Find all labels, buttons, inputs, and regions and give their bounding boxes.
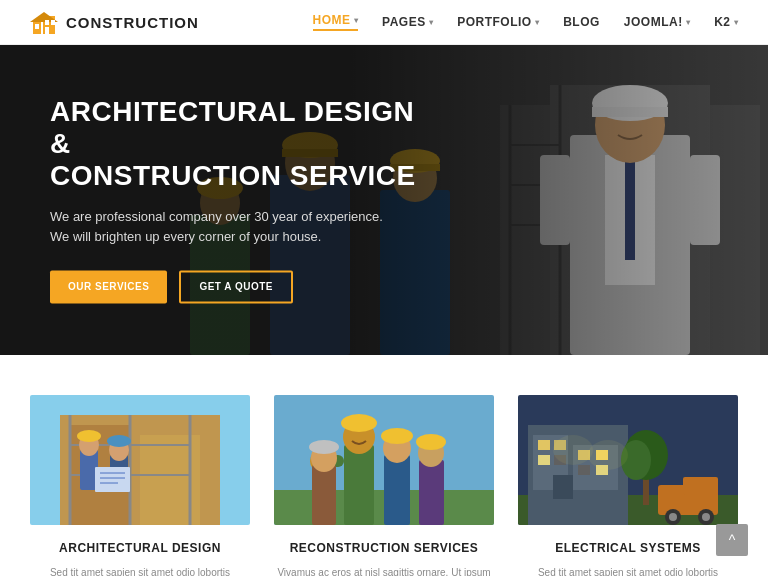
services-grid: ARCHITECTURAL DESIGN Sed tit amet sapien… [30, 395, 738, 576]
nav-portfolio[interactable]: PORTFOLIO ▾ [457, 15, 539, 29]
scroll-top-button[interactable]: ^ [716, 524, 748, 556]
chevron-down-icon: ▾ [734, 18, 739, 27]
svg-rect-6 [45, 27, 49, 34]
svg-rect-87 [683, 477, 718, 495]
svg-point-48 [107, 435, 131, 447]
svg-point-68 [309, 440, 339, 454]
service-desc-2: Vivamus ac eros at nisl sagittis ornare.… [274, 565, 494, 576]
service-image-1 [30, 395, 250, 525]
header: CONSTRUCTION HOME ▾ PAGES ▾ PORTFOLIO ▾ … [0, 0, 768, 45]
nav-joomla[interactable]: JOOMLA! ▾ [624, 15, 690, 29]
service-title-1: ARCHITECTURAL DESIGN [30, 541, 250, 555]
logo-text: CONSTRUCTION [66, 14, 199, 31]
svg-point-92 [553, 435, 593, 465]
service-image-3 [518, 395, 738, 525]
nav-blog[interactable]: BLOG [563, 15, 600, 29]
get-quote-button[interactable]: GET A QUOTE [179, 271, 293, 304]
svg-point-57 [341, 414, 377, 432]
svg-point-91 [702, 513, 710, 521]
svg-rect-80 [578, 465, 590, 475]
logo-icon [30, 8, 58, 36]
service-title-3: ELECTRICAL SYSTEMS [518, 541, 738, 555]
svg-point-93 [588, 440, 628, 470]
chevron-down-icon: ▾ [686, 18, 691, 27]
hero-content: ARCHITECTURAL DESIGN &CONSTRUCTION SERVI… [50, 96, 430, 303]
chevron-down-icon: ▾ [535, 18, 540, 27]
svg-rect-60 [384, 455, 410, 525]
nav-pages[interactable]: PAGES ▾ [382, 15, 433, 29]
our-services-button[interactable]: OUR SERVICES [50, 271, 167, 304]
service-card-electrical: ELECTRICAL SYSTEMS Sed tit amet sapien s… [518, 395, 738, 576]
svg-rect-63 [419, 460, 444, 525]
svg-rect-74 [538, 440, 550, 450]
hero-section: ARCHITECTURAL DESIGN &CONSTRUCTION SERVI… [0, 45, 768, 355]
hero-buttons: OUR SERVICES GET A QUOTE [50, 271, 430, 304]
svg-point-62 [381, 428, 413, 444]
logo[interactable]: CONSTRUCTION [30, 8, 199, 36]
service-card-architectural: ARCHITECTURAL DESIGN Sed tit amet sapien… [30, 395, 250, 576]
nav-home[interactable]: HOME ▾ [313, 13, 359, 31]
hero-subtitle: We are professional company over 30 year… [50, 207, 430, 249]
svg-point-89 [669, 513, 677, 521]
chevron-down-icon: ▾ [429, 18, 434, 27]
service-image-2 [274, 395, 494, 525]
svg-rect-82 [553, 475, 573, 499]
services-section: ARCHITECTURAL DESIGN Sed tit amet sapien… [0, 355, 768, 576]
svg-point-45 [77, 430, 101, 442]
svg-rect-55 [344, 445, 374, 525]
hero-title: ARCHITECTURAL DESIGN &CONSTRUCTION SERVI… [50, 96, 430, 193]
svg-rect-3 [35, 24, 39, 29]
chevron-down-icon: ▾ [354, 16, 359, 25]
nav-k2[interactable]: K2 ▾ [714, 15, 738, 29]
service-card-reconstruction: RECONSTRUCTION SERVICES Vivamus ac eros … [274, 395, 494, 576]
svg-rect-76 [538, 455, 550, 465]
svg-rect-66 [312, 465, 336, 525]
svg-rect-49 [95, 467, 130, 492]
svg-rect-5 [51, 20, 55, 25]
svg-rect-4 [45, 20, 49, 25]
service-title-2: RECONSTRUCTION SERVICES [274, 541, 494, 555]
service-desc-3: Sed tit amet sapien sit amet odio lobort… [518, 565, 738, 576]
svg-point-65 [416, 434, 446, 450]
main-nav: HOME ▾ PAGES ▾ PORTFOLIO ▾ BLOG JOOMLA! … [313, 13, 738, 31]
service-desc-1: Sed tit amet sapien sit amet odio lobort… [30, 565, 250, 576]
